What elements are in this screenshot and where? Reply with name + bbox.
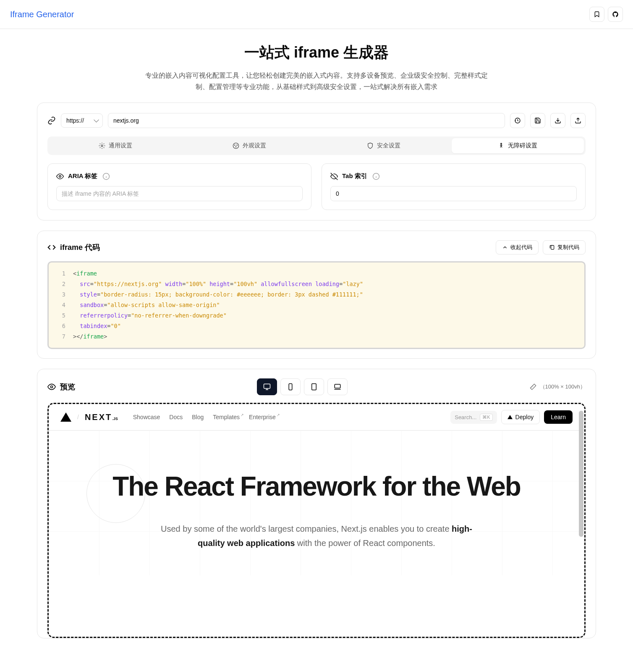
monitor-icon <box>263 383 271 391</box>
nav-blog[interactable]: Blog <box>192 414 204 420</box>
nav-enterprise[interactable]: Enterprise <box>249 414 276 420</box>
github-icon <box>612 11 619 18</box>
tabindex-input[interactable] <box>330 186 577 201</box>
nav-docs[interactable]: Docs <box>169 414 183 420</box>
upload-button[interactable] <box>570 113 586 128</box>
shield-icon <box>367 142 374 149</box>
settings-tabs: 通用设置 外观设置 安全设置 无障碍设置 <box>47 136 586 155</box>
vercel-triangle-icon <box>60 412 71 422</box>
code-icon <box>47 243 56 252</box>
download-button[interactable] <box>550 113 565 128</box>
svg-rect-14 <box>335 384 341 388</box>
nav-showcase[interactable]: Showcase <box>133 414 160 420</box>
svg-point-0 <box>101 145 103 147</box>
preview-title-text: 预览 <box>60 382 75 392</box>
gear-icon <box>99 142 105 149</box>
preview-dimensions: （100% × 100vh） <box>540 383 586 391</box>
tablet-icon <box>310 383 318 391</box>
learn-button[interactable]: Learn <box>544 410 573 424</box>
nextjs-hero-title: The React Framework for the Web <box>65 472 568 501</box>
deploy-button[interactable]: Deploy <box>501 410 540 424</box>
svg-point-3 <box>237 145 237 145</box>
page-subtitle: 专业的嵌入内容可视化配置工具，让您轻松创建完美的嵌入式内容。支持多设备预览、企业… <box>144 70 489 92</box>
tab-appearance[interactable]: 外观设置 <box>183 138 316 153</box>
upload-icon <box>575 117 581 124</box>
code-block[interactable]: 1<iframe 2 src="https://nextjs.org" widt… <box>47 261 586 349</box>
kbd-shortcut: ⌘K <box>480 414 492 421</box>
preview-frame: / NEXT.JS Showcase Docs Blog Templates E… <box>47 403 586 638</box>
aria-label-input[interactable] <box>56 186 303 201</box>
svg-rect-12 <box>289 384 293 390</box>
svg-point-10 <box>51 386 53 388</box>
brand-title[interactable]: Iframe Generator <box>10 10 74 19</box>
download-icon <box>555 117 561 124</box>
nextjs-logo[interactable]: / NEXT.JS <box>60 412 118 422</box>
chevron-up-icon <box>502 244 508 250</box>
config-card: https:// 通用设置 外观设置 安全设置 无障碍设置 ARIA 标签 <box>37 102 596 220</box>
triangle-icon <box>507 415 513 419</box>
tabindex-title: Tab 索引 <box>342 172 367 180</box>
nextjs-nav: / NEXT.JS Showcase Docs Blog Templates E… <box>49 404 584 430</box>
eye-icon <box>47 383 56 391</box>
github-button[interactable] <box>608 7 623 22</box>
ruler-icon <box>530 383 536 390</box>
url-input[interactable] <box>108 113 505 128</box>
svg-point-1 <box>233 143 239 149</box>
svg-point-2 <box>235 145 235 145</box>
search-input[interactable]: Search...⌘K <box>450 411 497 424</box>
tab-security[interactable]: 安全设置 <box>317 138 450 153</box>
protocol-select[interactable]: https:// <box>61 113 103 128</box>
accessibility-icon <box>498 142 505 149</box>
scrollbar-thumb[interactable] <box>579 411 583 537</box>
copy-code-button[interactable]: 复制代码 <box>543 240 586 255</box>
device-laptop-button[interactable] <box>327 378 348 395</box>
info-icon[interactable] <box>372 173 380 180</box>
bookmark-icon <box>594 11 600 18</box>
save-icon <box>534 117 541 124</box>
collapse-code-button[interactable]: 收起代码 <box>496 240 539 255</box>
tabindex-field: Tab 索引 <box>322 163 586 210</box>
device-mobile-button[interactable] <box>280 378 301 395</box>
eye-icon <box>56 173 64 180</box>
svg-point-6 <box>59 176 61 178</box>
aria-label-title: ARIA 标签 <box>68 172 97 180</box>
svg-point-5 <box>501 143 502 144</box>
clipboard-icon <box>549 244 555 250</box>
info-icon[interactable] <box>102 173 110 180</box>
svg-rect-9 <box>551 246 554 249</box>
laptop-icon <box>334 383 341 391</box>
reset-button[interactable] <box>510 113 525 128</box>
page-title: 一站式 iframe 生成器 <box>37 42 596 63</box>
svg-point-4 <box>236 147 236 147</box>
tab-general[interactable]: 通用设置 <box>49 138 182 153</box>
save-button[interactable] <box>530 113 545 128</box>
eye-off-icon <box>330 173 338 180</box>
code-card: iframe 代码 收起代码 复制代码 1<iframe 2 src="http… <box>37 231 596 359</box>
svg-rect-11 <box>264 384 270 388</box>
code-title-text: iframe 代码 <box>60 242 100 252</box>
svg-rect-13 <box>312 384 316 390</box>
aria-label-field: ARIA 标签 <box>47 163 311 210</box>
link-icon <box>47 116 56 125</box>
mobile-icon <box>287 383 294 391</box>
device-tablet-button[interactable] <box>304 378 324 395</box>
history-icon <box>514 117 521 124</box>
tab-a11y[interactable]: 无障碍设置 <box>452 138 584 153</box>
nextjs-hero-sub: Used by some of the world's largest comp… <box>157 522 476 550</box>
bookmark-button[interactable] <box>589 7 604 22</box>
device-desktop-button[interactable] <box>257 378 277 395</box>
nav-templates[interactable]: Templates <box>213 414 240 420</box>
preview-card: 预览 （100% × 100vh） / NEXT.JS <box>37 369 596 638</box>
palette-icon <box>233 142 239 149</box>
